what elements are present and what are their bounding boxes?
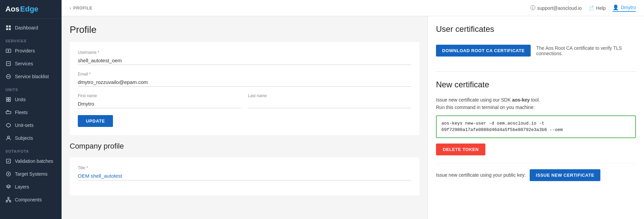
sidebar-item-components-label: Components	[15, 197, 42, 202]
target-systems-icon	[5, 171, 12, 177]
svg-rect-17	[8, 197, 9, 199]
help-icon: 📄	[589, 5, 594, 11]
new-cert-title: New certificate	[436, 80, 636, 89]
section-label-sota-fota: SOTA/FOTA	[0, 145, 62, 155]
firstname-field: First name	[78, 93, 241, 108]
logo: Aos Edge	[0, 0, 62, 19]
sidebar-item-unit-sets[interactable]: Unit-sets	[0, 119, 62, 132]
subjects-icon	[5, 135, 12, 141]
issue-cert-row: Issue new certificate using your public …	[436, 163, 636, 181]
sidebar-item-dashboard-label: Dashboard	[15, 25, 38, 30]
sidebar: Aos Edge Dashboard SERVICES	[0, 0, 62, 219]
sidebar-item-dashboard[interactable]: Dashboard	[0, 21, 62, 34]
service-blacklist-icon	[5, 73, 12, 80]
user-icon: 👤	[613, 4, 619, 10]
sidebar-item-validation-batches[interactable]: Validation batches	[0, 155, 62, 168]
validation-batches-icon	[5, 158, 12, 164]
sidebar-item-target-systems[interactable]: Target Systems	[0, 168, 62, 180]
sidebar-item-validation-batches-label: Validation batches	[15, 158, 53, 164]
fleets-icon	[5, 109, 12, 115]
name-row: First name Last name	[78, 93, 411, 115]
dashboard-icon	[5, 25, 12, 31]
company-card: Title *	[70, 157, 419, 195]
support-label: support@aoscloud.io	[537, 5, 582, 11]
firstname-label: First name	[78, 93, 241, 98]
email-input[interactable]	[78, 78, 411, 87]
support-icon: ⓘ	[530, 5, 535, 11]
sidebar-item-units[interactable]: Units	[0, 93, 62, 106]
svg-point-13	[7, 136, 9, 138]
section-label-services: SERVICES	[0, 34, 62, 44]
svg-rect-2	[6, 28, 8, 30]
help-label: Help	[596, 5, 606, 11]
update-button[interactable]: UPDATE	[78, 115, 113, 127]
username-field: Username *	[78, 50, 411, 65]
sidebar-item-fleets[interactable]: Fleets	[0, 106, 62, 119]
company-title-input[interactable]	[78, 172, 411, 180]
sidebar-item-providers[interactable]: Providers	[0, 44, 62, 57]
company-title-label: Title *	[78, 166, 411, 170]
breadcrumb: › PROFILE	[70, 6, 92, 10]
section-label-units: UNITS	[0, 83, 62, 93]
lastname-input[interactable]	[248, 100, 411, 108]
logo-aos: Aos	[5, 5, 20, 14]
download-cert-row: DOWNLOAD ROOT CA CERTIFICATE The Aos Roo…	[436, 41, 636, 61]
user-name: Dmytro	[621, 5, 636, 10]
code-line-2: 69f72980a17afe0888d46d4a5f5be80792e3a3b6…	[441, 127, 563, 132]
profile-card: Username * Email * First name Last name	[70, 42, 419, 135]
sidebar-item-providers-label: Providers	[15, 48, 35, 53]
instructions-text-1: Issue new certificate using our SDK	[436, 97, 512, 103]
components-icon	[5, 197, 12, 203]
breadcrumb-label: PROFILE	[73, 6, 92, 10]
svg-rect-11	[6, 111, 11, 114]
company-profile-title: Company profile	[70, 142, 419, 151]
user-menu[interactable]: 👤 Dmytro	[613, 4, 636, 12]
left-panel: Profile Username * Email * First name	[62, 16, 428, 219]
breadcrumb-arrow: ›	[70, 6, 71, 10]
company-title-field: Title *	[78, 166, 411, 180]
topbar-right: ⓘ support@aoscloud.io 📄 Help 👤 Dmytro	[530, 4, 636, 12]
svg-rect-10	[9, 100, 10, 102]
cert-instructions: Issue new certificate using our SDK aos-…	[436, 96, 636, 111]
sidebar-item-subjects[interactable]: Subjects	[0, 132, 62, 145]
instructions-sdk: aos-key	[512, 97, 530, 103]
svg-rect-9	[6, 100, 8, 102]
email-field: Email *	[78, 72, 411, 87]
content: Profile Username * Email * First name	[62, 16, 644, 219]
instructions-text-2: tool.	[530, 97, 540, 103]
download-cert-button[interactable]: DOWNLOAD ROOT CA CERTIFICATE	[436, 45, 531, 57]
lastname-label: Last name	[248, 93, 411, 98]
issue-cert-button[interactable]: ISSUE NEW CERTIFICATE	[530, 169, 600, 181]
support-link[interactable]: ⓘ support@aoscloud.io	[530, 5, 582, 11]
certificates-title: User certificates	[436, 24, 636, 34]
sidebar-item-fleets-label: Fleets	[15, 110, 28, 115]
svg-rect-8	[9, 97, 10, 99]
lastname-field: Last name	[248, 93, 411, 108]
sidebar-item-layers[interactable]: Layers	[0, 180, 62, 193]
svg-point-16	[8, 173, 9, 175]
sidebar-item-components[interactable]: Components	[0, 193, 62, 206]
sidebar-item-service-blacklist-label: Service blacklist	[15, 74, 49, 79]
sidebar-item-services-label: Services	[15, 61, 33, 66]
help-link[interactable]: 📄 Help	[589, 5, 606, 11]
username-input[interactable]	[78, 56, 411, 65]
sidebar-item-services[interactable]: Services	[0, 57, 62, 70]
svg-rect-0	[6, 25, 8, 27]
instructions-text-3: Run this command in terminal on you mach…	[436, 105, 535, 110]
main-area: › PROFILE ⓘ support@aoscloud.io 📄 Help 👤…	[62, 0, 644, 219]
code-block: aos-keys new-user -d oem.aoscloud.io -t …	[436, 115, 636, 138]
firstname-input[interactable]	[78, 100, 241, 108]
delete-token-button[interactable]: DELETE TOKEN	[436, 144, 485, 155]
email-label: Email *	[78, 72, 411, 76]
svg-rect-19	[9, 201, 11, 202]
sidebar-item-layers-label: Layers	[15, 184, 29, 190]
sidebar-item-unit-sets-label: Unit-sets	[15, 123, 33, 128]
sidebar-item-service-blacklist[interactable]: Service blacklist	[0, 70, 62, 83]
issue-cert-label: Issue new certificate using your public …	[436, 172, 526, 178]
svg-rect-7	[6, 97, 8, 99]
username-label: Username *	[78, 50, 411, 55]
svg-rect-3	[9, 28, 11, 30]
sidebar-item-subjects-label: Subjects	[15, 135, 33, 141]
topbar: › PROFILE ⓘ support@aoscloud.io 📄 Help 👤…	[62, 0, 644, 16]
services-icon	[5, 61, 12, 67]
